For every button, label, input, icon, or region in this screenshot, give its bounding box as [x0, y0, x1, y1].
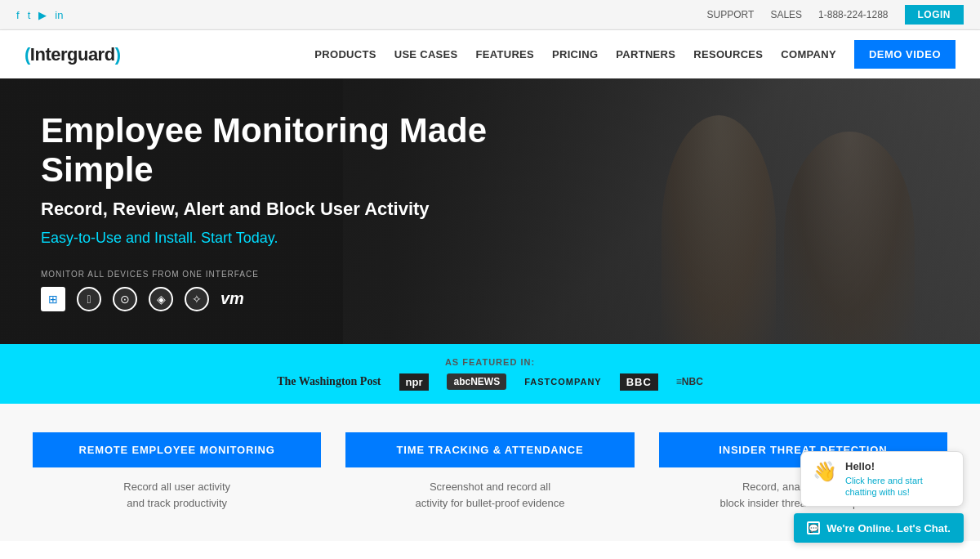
hero-title: Employee Monitoring Made Simple	[41, 111, 531, 190]
facebook-icon[interactable]: f	[16, 9, 20, 21]
featured-label: AS FEATURED IN:	[16, 357, 964, 367]
hero-subtitle: Record, Review, Alert and Block User Act…	[41, 199, 531, 220]
hero-section: Employee Monitoring Made Simple Record, …	[0, 78, 980, 344]
windows-icon: ⊞	[41, 287, 65, 311]
nav-company[interactable]: COMPANY	[781, 48, 836, 60]
nav-use-cases[interactable]: USE CASES	[394, 48, 458, 60]
monitor-label: MONITOR ALL DEVICES FROM ONE INTERFACE	[41, 270, 531, 279]
nav-products[interactable]: PRODUCTS	[314, 48, 376, 60]
chrome-icon: ⊙	[113, 287, 137, 311]
nav-partners[interactable]: PARTNERS	[616, 48, 675, 60]
hero-cta: Easy-to-Use and Install. Start Today.	[41, 230, 531, 247]
demo-video-button[interactable]: DEMO VIDEO	[854, 40, 956, 69]
linkedin-icon[interactable]: in	[55, 9, 63, 21]
twitter-icon[interactable]: t	[28, 9, 31, 21]
abc-news-logo: abcNEWS	[447, 373, 506, 390]
vm-text: vm	[220, 289, 244, 308]
chat-bar-label: We're Online. Let's Chat.	[826, 522, 951, 534]
chat-hello: Hello!	[845, 460, 951, 472]
npr-logo: npr	[399, 373, 430, 391]
feature-card-time: TIME TRACKING & ATTENDANCE Screenshot an…	[345, 432, 634, 513]
chat-text: Hello! Click here and start chatting wit…	[845, 460, 951, 498]
play-icon[interactable]: ▶	[38, 9, 47, 21]
support-link[interactable]: SUPPORT	[707, 9, 755, 20]
main-nav: (Interguard) PRODUCTS USE CASES FEATURES…	[0, 30, 980, 78]
remote-monitoring-button[interactable]: REMOTE EMPLOYEE MONITORING	[33, 432, 321, 467]
login-button[interactable]: LOGIN	[905, 5, 964, 25]
nav-features[interactable]: FEATURES	[476, 48, 535, 60]
chat-icon: 💬	[807, 521, 820, 534]
bottom-section: Get the control and oversight that's rig…	[0, 541, 980, 559]
nav-resources[interactable]: RESOURCES	[693, 48, 763, 60]
feature-card-remote: REMOTE EMPLOYEE MONITORING Record all us…	[33, 432, 321, 513]
chat-bar[interactable]: 💬 We're Online. Let's Chat.	[794, 513, 964, 543]
nbc-logo: ≡NBC	[676, 376, 703, 387]
time-tracking-desc: Screenshot and record all activity for b…	[345, 479, 634, 513]
hero-content: Employee Monitoring Made Simple Record, …	[0, 78, 572, 344]
android-icon: ◈	[149, 287, 173, 311]
nav-pricing[interactable]: PRICING	[552, 48, 598, 60]
logo: (Interguard)	[24, 44, 120, 65]
nav-links: PRODUCTS USE CASES FEATURES PRICING PART…	[314, 40, 956, 69]
chat-wave-icon: 👋	[813, 460, 837, 483]
bbc-logo: BBC	[620, 373, 658, 391]
time-tracking-button[interactable]: TIME TRACKING & ATTENDANCE	[345, 432, 634, 467]
vmware-icon: ✧	[185, 287, 209, 311]
phone-link[interactable]: 1-888-224-1288	[818, 9, 888, 20]
utility-right: SUPPORT SALES 1-888-224-1288 LOGIN	[707, 5, 964, 25]
utility-bar: f t ▶ in SUPPORT SALES 1-888-224-1288 LO…	[0, 0, 980, 30]
chat-widget: 👋 Hello! Click here and start chatting w…	[794, 451, 964, 543]
apple-icon: 	[77, 287, 101, 311]
featured-bar: AS FEATURED IN: The Washington Post npr …	[0, 344, 980, 404]
featured-logos: The Washington Post npr abcNEWS FASTCOMP…	[16, 373, 964, 391]
fast-company-logo: FASTCOMPANY	[524, 377, 602, 387]
device-icons: ⊞  ⊙ ◈ ✧ vm	[41, 287, 531, 311]
social-icons: f t ▶ in	[16, 9, 63, 21]
sales-link[interactable]: SALES	[770, 9, 802, 20]
chat-bubble[interactable]: 👋 Hello! Click here and start chatting w…	[800, 451, 964, 507]
washington-post-logo: The Washington Post	[277, 375, 381, 388]
chat-cta[interactable]: Click here and start chatting with us!	[845, 476, 923, 497]
remote-monitoring-desc: Record all user activity and track produ…	[33, 479, 321, 513]
